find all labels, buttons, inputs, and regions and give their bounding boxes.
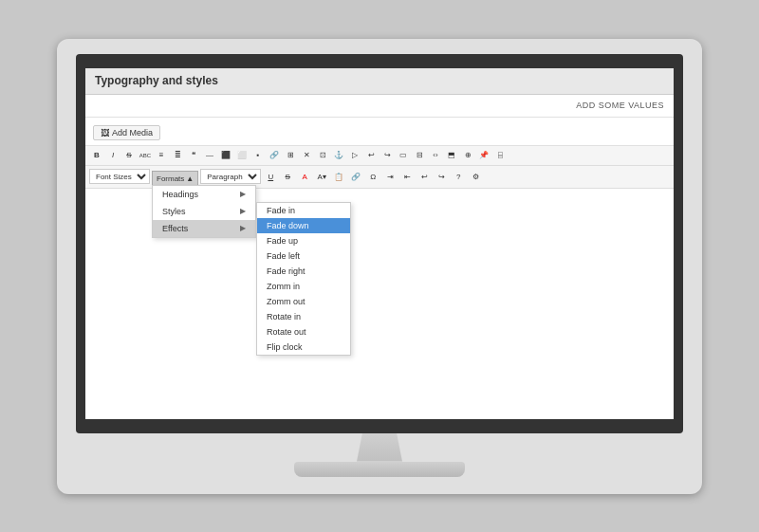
- hr-button[interactable]: —: [202, 148, 217, 163]
- pin-button[interactable]: 📌: [476, 148, 491, 163]
- styles-arrow-icon: ▶: [240, 207, 246, 215]
- ol-button[interactable]: ≣: [170, 148, 185, 163]
- formats-container: Formats ▲ Headings ▶ Styles ▶: [152, 168, 198, 187]
- undo2-button[interactable]: ↩: [417, 169, 432, 184]
- underline-button[interactable]: U: [263, 169, 278, 184]
- fade-down-item[interactable]: Fade down: [257, 218, 350, 233]
- grid-button[interactable]: ⊡: [315, 148, 330, 163]
- rotate-out-item[interactable]: Rotate out: [257, 324, 350, 339]
- add-media-icon: 🖼: [101, 128, 109, 138]
- ul-button[interactable]: ≡: [154, 148, 169, 163]
- effects-menu-item[interactable]: Effects ▶: [153, 220, 255, 237]
- format3-button[interactable]: ⬒: [444, 148, 459, 163]
- add-media-bar: 🖼 Add Media: [85, 118, 674, 146]
- page-title: Typography and styles: [95, 74, 218, 87]
- add-values-bar: ADD SOME VALUES: [85, 95, 674, 118]
- paste-button[interactable]: 📋: [331, 169, 346, 184]
- bold-button[interactable]: B: [89, 148, 104, 163]
- zomm-out-item[interactable]: Zomm out: [257, 294, 350, 309]
- code-button[interactable]: ‹›: [428, 148, 443, 163]
- styles-menu-item[interactable]: Styles ▶: [153, 203, 255, 220]
- anchor-button[interactable]: ⚓: [331, 148, 346, 163]
- monitor-neck: [351, 433, 408, 462]
- strikethrough-button[interactable]: S: [121, 148, 137, 163]
- headings-menu-item[interactable]: Headings ▶: [153, 186, 255, 203]
- indent-button[interactable]: ⇥: [382, 169, 398, 184]
- fade-right-item[interactable]: Fade right: [257, 264, 350, 279]
- effects-arrow-icon: ▶: [240, 224, 246, 232]
- monitor-base: [294, 462, 465, 477]
- monitor: Typography and styles ADD SOME VALUES 🖼 …: [57, 39, 702, 494]
- align-left-button[interactable]: ⬛: [218, 148, 233, 163]
- settings-button[interactable]: ⚙: [468, 169, 483, 184]
- rotate-in-item[interactable]: Rotate in: [257, 309, 350, 324]
- add-media-button[interactable]: 🖼 Add Media: [93, 125, 160, 140]
- outdent-button[interactable]: ⇤: [399, 169, 415, 184]
- format4-button[interactable]: ⊕: [460, 148, 475, 163]
- toolbar-row-2: Font Sizes Formats ▲ Headings ▶: [85, 166, 674, 190]
- flip-clock-item[interactable]: Flip clock: [257, 339, 350, 355]
- symbol1-button[interactable]: ▷: [347, 148, 362, 163]
- redo2-button[interactable]: ↪: [434, 169, 449, 184]
- toolbar-row-1: B I S ABC ≡ ≣ ❝ — ⬛ ⬜ ▪ 🔗 ⊞ ✕ ⊡ ⚓ ▷: [85, 146, 674, 166]
- undo-button[interactable]: ↩: [363, 148, 379, 163]
- effects-submenu: Fade in Fade down Fade up Fade left Fade…: [256, 202, 351, 356]
- fade-left-item[interactable]: Fade left: [257, 248, 350, 264]
- format2-button[interactable]: ⊟: [412, 148, 427, 163]
- abc-button[interactable]: ABC: [138, 148, 153, 163]
- align-right-button[interactable]: ▪: [250, 148, 266, 163]
- close-button[interactable]: ✕: [299, 148, 314, 163]
- italic-button[interactable]: I: [105, 148, 120, 163]
- omega-button[interactable]: Ω: [365, 169, 380, 184]
- table-button[interactable]: ⊞: [283, 148, 298, 163]
- align-center-button[interactable]: ⬜: [234, 148, 250, 163]
- format5-button[interactable]: ⌸: [492, 148, 508, 163]
- fade-up-item[interactable]: Fade up: [257, 233, 350, 248]
- zomm-in-item[interactable]: Zomm in: [257, 279, 350, 294]
- add-values-text: ADD SOME VALUES: [576, 101, 664, 110]
- add-media-label: Add Media: [112, 128, 153, 138]
- fade-in-item[interactable]: Fade in: [257, 203, 350, 218]
- blockquote-button[interactable]: ❝: [186, 148, 201, 163]
- font-sizes-select[interactable]: Font Sizes: [89, 169, 150, 184]
- strikethrough2-button[interactable]: S: [280, 169, 295, 184]
- color-button[interactable]: A: [297, 169, 312, 184]
- format1-button[interactable]: ▭: [396, 148, 411, 163]
- formats-arrow-icon: ▲: [186, 174, 194, 183]
- formats-dropdown: Headings ▶ Styles ▶ Effects ▶: [152, 185, 256, 238]
- link-button[interactable]: 🔗: [267, 148, 282, 163]
- paragraph-select[interactable]: Paragraph: [200, 169, 261, 184]
- screen: Typography and styles ADD SOME VALUES 🖼 …: [85, 68, 674, 419]
- screen-bezel: Typography and styles ADD SOME VALUES 🖼 …: [76, 54, 683, 433]
- help-button[interactable]: ?: [451, 169, 466, 184]
- headings-arrow-icon: ▶: [240, 190, 246, 198]
- link2-button[interactable]: 🔗: [348, 169, 363, 184]
- highlight-button[interactable]: A▾: [314, 169, 329, 184]
- formats-label: Formats: [157, 174, 184, 183]
- redo-button[interactable]: ↪: [380, 148, 395, 163]
- title-bar: Typography and styles: [85, 68, 674, 95]
